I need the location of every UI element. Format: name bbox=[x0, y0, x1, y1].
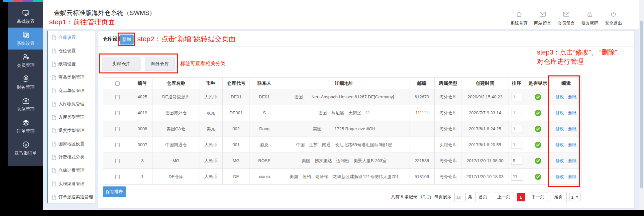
edit-link[interactable]: 修改 bbox=[556, 110, 564, 115]
cell-warehouse-name: DE退货重派库 bbox=[153, 89, 199, 105]
sort-order-input[interactable] bbox=[511, 173, 522, 181]
annotation-step1: step1：前往管理页面 bbox=[49, 17, 115, 27]
edit-link[interactable]: 修改 bbox=[556, 142, 564, 147]
topnav-logout[interactable]: 安全退出 bbox=[605, 11, 622, 26]
sidebar-item-base-settings[interactable]: 基础设置 bbox=[8, 6, 43, 28]
page-jump-select[interactable]: 1▼ bbox=[569, 193, 581, 201]
submenu-item[interactable]: 计费模式分类 bbox=[48, 151, 95, 164]
cell-created: 2017/6/1 8:20:55 bbox=[462, 137, 508, 153]
select-all-checkbox[interactable] bbox=[115, 81, 120, 86]
cell-contact: DE01 bbox=[250, 89, 279, 105]
cell-type: 海外仓库 bbox=[435, 121, 462, 137]
edit-link[interactable]: 修改 bbox=[556, 94, 564, 99]
topnav-home[interactable]: 系统首页 bbox=[510, 11, 528, 26]
delete-link[interactable]: 删除 bbox=[568, 94, 577, 99]
cell-type: 海外仓库 bbox=[435, 169, 462, 185]
tab-first-leg-warehouse[interactable]: 头程仓库 bbox=[102, 57, 141, 71]
delete-link[interactable]: 删除 bbox=[568, 142, 577, 147]
settings-submenu: 仓库设置仓位设置纸箱设置商品类别管理商品单位管理入库物流管理入库类型管理退货类型… bbox=[47, 31, 96, 203]
cell-currency: 欧元 bbox=[199, 105, 223, 121]
topnav-label: 安全退出 bbox=[605, 20, 622, 26]
delete-link[interactable]: 删除 bbox=[568, 110, 577, 115]
cell-zip bbox=[409, 137, 435, 153]
sidebar-item-amazon-orders[interactable]: a 亚马逊订单 bbox=[8, 137, 43, 159]
visible-check-icon bbox=[535, 126, 541, 131]
col-header: 币种 bbox=[199, 78, 223, 89]
col-header: 是否显示 bbox=[525, 78, 551, 89]
submenu-item-label: 入库类型管理 bbox=[58, 114, 84, 120]
row-checkbox[interactable] bbox=[115, 159, 120, 163]
row-checkbox[interactable] bbox=[115, 143, 120, 147]
document-icon bbox=[52, 75, 56, 80]
cell-address: 德国 Neu-Anspach Hessen 61267 DE[Germany] bbox=[279, 89, 409, 105]
sort-order-input[interactable] bbox=[511, 157, 522, 165]
topnav-member-messages[interactable]: 会员留言 bbox=[558, 11, 575, 26]
browser-scrollbar[interactable] bbox=[639, 0, 644, 210]
submenu-item[interactable]: 商品单位管理 bbox=[48, 84, 95, 97]
topnav-site-messages[interactable]: 网站留言 bbox=[534, 11, 551, 26]
edit-link[interactable]: 修改 bbox=[556, 126, 564, 131]
warehouse-type-tabs: 头程仓库 海外仓库 bbox=[102, 57, 175, 71]
delete-link[interactable]: 删除 bbox=[568, 174, 577, 179]
submenu-item[interactable]: 国家地区设置 bbox=[48, 137, 95, 151]
document-icon bbox=[52, 128, 56, 133]
table-row: 4019德国海外仓欧元DE001S德国 慕尼黑 天鹅堡 11111111海外仓库… bbox=[103, 105, 582, 121]
first-page-button[interactable]: 首页 bbox=[475, 192, 491, 202]
save-sort-button[interactable]: 保存排序 bbox=[103, 186, 126, 197]
submenu-item[interactable]: 头程渠道管理 bbox=[48, 177, 95, 190]
cell-zip bbox=[409, 121, 435, 137]
scrollbar-thumb[interactable] bbox=[640, 21, 643, 188]
row-checkbox[interactable] bbox=[115, 127, 120, 131]
finance-icon bbox=[22, 75, 30, 83]
sort-order-input[interactable] bbox=[511, 93, 522, 101]
cell-created: 2020/9/2 15:40:23 bbox=[462, 89, 508, 105]
prev-page-button[interactable]: 上一页 bbox=[494, 192, 514, 202]
svg-text:a: a bbox=[25, 143, 27, 146]
sidebar-item-system-settings[interactable]: 系统设置 bbox=[8, 28, 43, 50]
cell-zip: 221536 bbox=[409, 153, 435, 169]
sidebar-item-warehouse-management[interactable]: 仓储管理 bbox=[8, 93, 43, 115]
tab-overseas-warehouse[interactable]: 海外仓库 bbox=[145, 57, 175, 71]
add-warehouse-button[interactable]: 新增 bbox=[120, 35, 134, 45]
main-sidebar: 基础设置 系统设置 会员管理 财务管理 仓储管理 订单管理 a 亚马逊订单 bbox=[8, 2, 43, 166]
per-page-label: 每页展示 bbox=[434, 194, 452, 200]
document-icon bbox=[52, 168, 56, 173]
col-header: 仓库名称 bbox=[153, 78, 199, 89]
submenu-item[interactable]: 入库物流管理 bbox=[48, 97, 95, 111]
submenu-item-label: 订单派送渠道管理 bbox=[58, 194, 93, 200]
per-page-input[interactable] bbox=[454, 193, 466, 201]
visible-check-icon bbox=[535, 110, 541, 115]
sidebar-item-finance-management[interactable]: 财务管理 bbox=[8, 71, 43, 93]
delete-link[interactable]: 删除 bbox=[568, 126, 577, 131]
next-page-button[interactable]: 下一页 bbox=[528, 192, 548, 202]
sort-order-input[interactable] bbox=[511, 141, 522, 149]
topnav-change-password[interactable]: 修改密码 bbox=[581, 11, 598, 26]
submenu-item[interactable]: 商品类别管理 bbox=[48, 71, 95, 84]
annotation-step2: step2：点击“新增”跳转提交页面 bbox=[137, 34, 236, 44]
cell-type: 海外仓库 bbox=[435, 153, 462, 169]
row-checkbox[interactable] bbox=[115, 175, 120, 179]
document-icon bbox=[52, 115, 56, 120]
submenu-item[interactable]: 仓储计费管理 bbox=[48, 164, 95, 177]
submenu-item[interactable]: 仓库设置 bbox=[48, 31, 95, 44]
cell-id: 4019 bbox=[132, 105, 153, 121]
sidebar-item-member-management[interactable]: 会员管理 bbox=[8, 50, 43, 71]
row-checkbox[interactable] bbox=[115, 95, 120, 99]
submenu-item-label: 国家地区设置 bbox=[58, 141, 84, 147]
submenu-item-label: 头程渠道管理 bbox=[58, 181, 84, 187]
delete-link[interactable]: 删除 bbox=[568, 158, 577, 163]
submenu-item[interactable]: 入库类型管理 bbox=[48, 111, 95, 124]
submenu-item[interactable]: 纸箱设置 bbox=[48, 57, 95, 71]
row-checkbox[interactable] bbox=[115, 111, 120, 115]
edit-link[interactable]: 修改 bbox=[556, 158, 564, 163]
submenu-item[interactable]: 仓位设置 bbox=[48, 44, 95, 57]
cell-code: DE bbox=[223, 169, 250, 185]
submenu-item[interactable]: 订单派送渠道管理 bbox=[48, 190, 95, 204]
submenu-item[interactable]: 退货类型管理 bbox=[48, 124, 95, 137]
sort-order-input[interactable] bbox=[511, 109, 522, 117]
edit-link[interactable]: 修改 bbox=[556, 174, 564, 179]
sidebar-item-order-management[interactable]: 订单管理 bbox=[8, 115, 43, 137]
sort-order-input[interactable] bbox=[511, 125, 522, 133]
topnav-label: 会员留言 bbox=[558, 20, 575, 26]
last-page-button[interactable]: 尾页 bbox=[551, 192, 567, 202]
